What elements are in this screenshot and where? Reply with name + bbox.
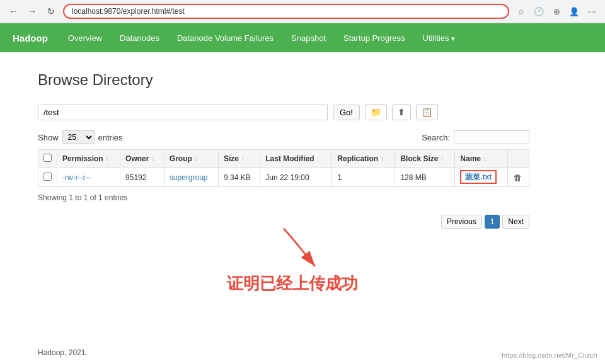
entries-label: entries <box>98 133 123 142</box>
path-bar: Go! 📁 ⬆ 📋 <box>38 104 529 120</box>
browser-chrome: ← → ↻ ☆ 🕐 ⊕ 👤 ⋯ <box>0 0 605 23</box>
sort-icon-name[interactable]: ↕ <box>483 156 487 162</box>
watermark-text: https://blog.csdn.net/Mr_Clutch <box>502 351 597 359</box>
cell-group: supergroup <box>164 168 218 187</box>
annotation-area: 证明已经上传成功 <box>38 241 529 317</box>
table-row: -rw-r--r-- 95192 supergroup 9.34 KB Jun … <box>38 168 529 187</box>
reload-button[interactable]: ↻ <box>44 4 58 18</box>
cell-block-size: 128 MB <box>395 168 455 187</box>
sort-icon-replication[interactable]: ↕ <box>381 156 384 162</box>
page-1-button[interactable]: 1 <box>485 215 500 229</box>
clipboard-icon-button[interactable]: 📋 <box>416 104 438 120</box>
profile-icon[interactable]: 👤 <box>567 4 581 18</box>
upload-icon-button[interactable]: ⬆ <box>392 104 411 120</box>
nav-datanodes[interactable]: Datanodes <box>112 28 167 48</box>
th-name: Name ↕ <box>455 150 507 168</box>
cell-delete: 🗑 <box>507 168 529 187</box>
th-block-size: Block Size ↕ <box>395 150 455 168</box>
filename-link[interactable]: 蔬菜.txt <box>460 170 497 184</box>
sort-icon-permission[interactable]: ↕ <box>106 156 109 162</box>
sort-icon-size[interactable]: ↕ <box>241 156 245 162</box>
showing-text: Showing 1 to 1 of 1 entries <box>38 193 529 202</box>
th-checkbox <box>38 150 57 168</box>
menu-icon[interactable]: ⋯ <box>585 4 599 18</box>
navbar: Hadoop Overview Datanodes Datanode Volum… <box>0 23 605 52</box>
show-label: Show <box>38 133 59 142</box>
th-actions <box>507 150 529 168</box>
sort-icon-group[interactable]: ↕ <box>195 156 198 162</box>
nav-datanode-volume-failures[interactable]: Datanode Volume Failures <box>170 28 281 48</box>
previous-button[interactable]: Previous <box>441 215 482 229</box>
address-bar[interactable] <box>63 4 509 19</box>
nav-startup-progress[interactable]: Startup Progress <box>336 28 413 48</box>
th-last-modified: Last Modified ↕ <box>260 150 332 168</box>
back-button[interactable]: ← <box>6 4 20 18</box>
entries-row: Show 25 50 100 entries Search: <box>38 130 529 144</box>
extensions-icon[interactable]: ⊕ <box>550 4 563 18</box>
browser-icons: ☆ 🕐 ⊕ 👤 ⋯ <box>514 4 599 18</box>
go-button[interactable]: Go! <box>333 105 360 120</box>
cell-owner: 95192 <box>120 168 164 187</box>
show-entries: Show 25 50 100 entries <box>38 130 123 144</box>
cell-checkbox <box>38 168 57 187</box>
data-table: Permission ↕ Owner ↕ Group ↕ <box>38 149 529 187</box>
header-row: Permission ↕ Owner ↕ Group ↕ <box>38 150 529 168</box>
row-checkbox[interactable] <box>43 173 52 181</box>
folder-icon-button[interactable]: 📁 <box>365 104 387 120</box>
watermark: https://blog.csdn.net/Mr_Clutch <box>502 351 597 359</box>
cell-replication: 1 <box>332 168 395 187</box>
th-owner: Owner ↕ <box>120 150 164 168</box>
next-button[interactable]: Next <box>502 215 529 229</box>
navbar-brand: Hadoop <box>13 33 48 43</box>
arrow-svg <box>277 222 353 273</box>
annotation-text: 证明已经上传成功 <box>227 273 358 295</box>
search-input[interactable] <box>454 130 529 144</box>
cell-last-modified: Jun 22 19:00 <box>260 168 332 187</box>
th-group: Group ↕ <box>164 150 218 168</box>
table-body: -rw-r--r-- 95192 supergroup 9.34 KB Jun … <box>38 168 529 187</box>
cell-permission: -rw-r--r-- <box>57 168 120 187</box>
upload-icon: ⬆ <box>398 107 405 117</box>
sort-icon-last-modified[interactable]: ↕ <box>317 156 320 162</box>
th-size: Size ↕ <box>219 150 260 168</box>
footer: Hadoop, 2021. <box>0 336 605 364</box>
nav-utilities[interactable]: Utilities <box>415 28 463 48</box>
cell-name: 蔬菜.txt <box>455 168 507 187</box>
clipboard-icon: 📋 <box>422 107 432 117</box>
delete-icon[interactable]: 🗑 <box>513 173 522 183</box>
th-permission: Permission ↕ <box>57 150 120 168</box>
main-content: Browse Directory Go! 📁 ⬆ 📋 Show 25 50 10… <box>0 52 567 336</box>
th-replication: Replication ↕ <box>332 150 395 168</box>
page-title: Browse Directory <box>38 71 529 89</box>
select-all-checkbox[interactable] <box>43 154 52 162</box>
group-link[interactable]: supergroup <box>170 173 208 182</box>
path-input[interactable] <box>38 105 328 120</box>
table-header: Permission ↕ Owner ↕ Group ↕ <box>38 150 529 168</box>
folder-icon: 📁 <box>371 107 381 117</box>
permission-link[interactable]: -rw-r--r-- <box>62 173 91 182</box>
sort-icon-owner[interactable]: ↕ <box>151 156 154 162</box>
footer-text: Hadoop, 2021. <box>38 348 88 357</box>
table-wrapper: Permission ↕ Owner ↕ Group ↕ <box>38 149 529 187</box>
nav-overview[interactable]: Overview <box>60 28 110 48</box>
sort-icon-block-size[interactable]: ↕ <box>441 156 444 162</box>
forward-button[interactable]: → <box>25 4 39 18</box>
search-box-container: Search: <box>422 130 529 144</box>
bookmark-icon[interactable]: ☆ <box>514 4 528 18</box>
search-label: Search: <box>422 133 450 142</box>
entries-select[interactable]: 25 50 100 <box>62 130 95 144</box>
nav-snapshot[interactable]: Snapshot <box>284 28 333 48</box>
cell-size: 9.34 KB <box>219 168 260 187</box>
history-icon[interactable]: 🕐 <box>532 4 546 18</box>
